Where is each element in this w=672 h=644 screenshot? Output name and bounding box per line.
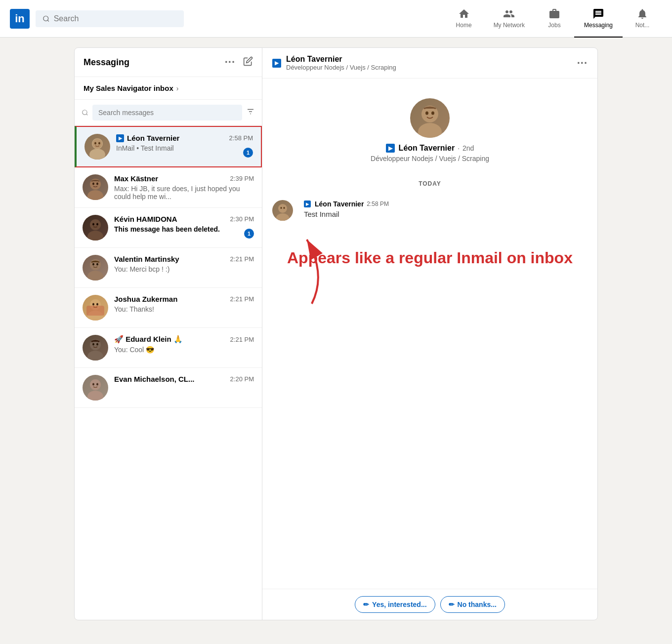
profile-subtitle: Développeur Nodejs / Vuejs / Scraping (371, 155, 489, 162)
conv-time: 2:21 PM (230, 295, 254, 303)
svg-point-22 (92, 263, 94, 266)
filter-icon[interactable] (246, 107, 255, 119)
svg-point-23 (96, 263, 98, 266)
svg-point-11 (98, 142, 100, 145)
conv-name: Evan Michaelson, CL... (114, 375, 195, 383)
chat-more-options-button[interactable]: ··· (577, 57, 588, 70)
yes-interested-button[interactable]: ✏ Yes, interested... (355, 596, 435, 613)
conv-top: Joshua Zukerman 2:21 PM (114, 295, 254, 303)
conv-top: ▶ Léon Tavernier 2:58 PM (116, 134, 253, 142)
avatar (83, 375, 108, 401)
list-item[interactable]: Evan Michaelson, CL... 2:20 PM (75, 368, 262, 408)
svg-line-3 (86, 114, 88, 116)
nav-messaging[interactable]: Messaging (574, 0, 623, 38)
logo-text: in (15, 12, 25, 25)
svg-point-17 (87, 231, 103, 241)
nav-home[interactable]: Home (444, 0, 484, 38)
profile-degree: · (458, 144, 460, 152)
profile-degree-value: 2nd (462, 144, 474, 152)
chat-header-name: Léon Tavernier (286, 55, 396, 64)
svg-point-38 (418, 123, 442, 138)
search-icon (42, 15, 50, 23)
avatar (83, 295, 108, 321)
conv-content: ▶ Léon Tavernier 2:58 PM InMail • Test I… (116, 134, 253, 152)
conv-name: Max Kästner (114, 174, 158, 183)
svg-point-18 (92, 223, 94, 226)
pencil-icon-2: ✏ (449, 601, 455, 608)
svg-rect-28 (86, 306, 104, 316)
search-messages-icon (82, 109, 88, 116)
conv-content: 🚀 Eduard Klein 🙏 2:21 PM You: Cool 😎 (114, 335, 254, 354)
avatar (83, 255, 108, 281)
linkedin-logo[interactable]: in (10, 9, 30, 29)
conv-time: 2:21 PM (230, 255, 254, 263)
conv-content: Kévin HAMIDONA 2:30 PM This message has … (114, 215, 254, 233)
conv-top: Kévin HAMIDONA 2:30 PM (114, 215, 254, 223)
conv-name: Joshua Zukerman (114, 295, 177, 303)
header-name-block: Léon Tavernier Développeur Nodejs / Vuej… (286, 55, 396, 71)
list-item[interactable]: Joshua Zukerman 2:21 PM You: Thanks! (75, 288, 262, 328)
conv-name: Valentin Martinsky (114, 255, 179, 263)
nav-my-network[interactable]: My Network (484, 0, 535, 38)
avatar (84, 134, 110, 160)
search-bar[interactable] (36, 10, 184, 27)
pencil-icon-1: ✏ (363, 601, 369, 608)
chat-footer: ✏ Yes, interested... ✏ No thanks... (262, 589, 597, 620)
main-content: Messaging ··· My Sales Navigator inbox › (0, 38, 672, 630)
header-icons: ··· (225, 56, 253, 69)
left-panel: Messaging ··· My Sales Navigator inbox › (75, 48, 262, 620)
more-options-button[interactable]: ··· (225, 56, 235, 69)
svg-point-39 (425, 112, 428, 115)
search-messages-input[interactable] (92, 105, 242, 121)
svg-point-34 (87, 391, 103, 401)
svg-point-8 (89, 149, 105, 160)
profile-name-row: ▶ Léon Tavernier · 2nd (386, 144, 474, 153)
message-time: 2:58 PM (367, 201, 389, 207)
list-item[interactable]: Valentin Martinsky 2:21 PM You: Merci bc… (75, 248, 262, 288)
messaging-header: Messaging ··· (75, 48, 262, 77)
conv-time: 2:39 PM (230, 175, 254, 182)
sales-nav-label: My Sales Navigator inbox (84, 84, 173, 92)
svg-point-9 (92, 139, 102, 149)
message-avatar (272, 200, 293, 221)
svg-point-13 (87, 190, 103, 200)
nav-home-label: Home (456, 22, 472, 29)
svg-point-21 (87, 271, 103, 281)
conversation-list: ▶ Léon Tavernier 2:58 PM InMail • Test I… (75, 126, 262, 620)
chevron-right-icon: › (176, 84, 179, 92)
profile-inmail-icon: ▶ (386, 144, 395, 153)
list-item[interactable]: ▶ Léon Tavernier 2:58 PM InMail • Test I… (75, 126, 262, 167)
messaging-title: Messaging (84, 57, 129, 68)
navbar: in Home My Network Jobs (0, 0, 672, 38)
message-row: ▶ Léon Tavernier 2:58 PM Test Inmail (272, 200, 588, 221)
nav-notifications[interactable]: Not... (623, 0, 662, 38)
conv-content: Joshua Zukerman 2:21 PM You: Thanks! (114, 295, 254, 313)
conv-name: 🚀 Eduard Klein 🙏 (114, 335, 183, 344)
messaging-icon (592, 8, 604, 20)
svg-point-32 (96, 343, 98, 346)
header-inmail-icon: ▶ (272, 59, 281, 68)
profile-name: Léon Tavernier (399, 144, 455, 153)
svg-line-1 (47, 20, 49, 21)
unread-badge: 1 (244, 229, 254, 239)
avatar (83, 174, 108, 200)
sales-nav-bar[interactable]: My Sales Navigator inbox › (75, 77, 262, 100)
chat-header-info: ▶ Léon Tavernier Développeur Nodejs / Vu… (272, 55, 396, 71)
svg-point-36 (96, 383, 98, 386)
conv-preview: You: Thanks! (114, 305, 254, 313)
no-thanks-button[interactable]: ✏ No thanks... (440, 596, 505, 613)
conv-time: 2:58 PM (229, 134, 253, 142)
conv-preview: Max: Hi JB, it sure does, I just hoped y… (114, 185, 254, 201)
list-item[interactable]: Max Kästner 2:39 PM Max: Hi JB, it sure … (75, 167, 262, 208)
compose-button[interactable] (243, 56, 253, 69)
nav-jobs[interactable]: Jobs (535, 0, 574, 38)
list-item[interactable]: 🚀 Eduard Klein 🙏 2:21 PM You: Cool 😎 (75, 328, 262, 368)
search-input[interactable] (54, 14, 177, 23)
conv-preview: You: Merci bcp ! :) (114, 265, 254, 273)
svg-point-35 (92, 383, 94, 386)
conv-top: Valentin Martinsky 2:21 PM (114, 255, 254, 263)
svg-point-0 (43, 16, 48, 21)
list-item[interactable]: Kévin HAMIDONA 2:30 PM This message has … (75, 208, 262, 248)
msg-inmail-icon: ▶ (304, 201, 311, 207)
search-messages-bar (75, 100, 262, 126)
